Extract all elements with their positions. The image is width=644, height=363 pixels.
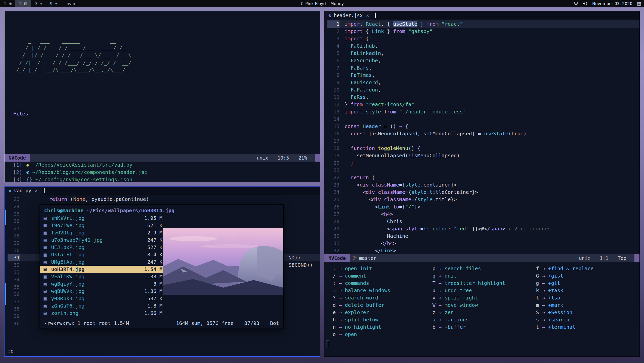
popup-file-row[interactable]: ▣u7o3nwab7fy41.jpg247 K [40,236,166,244]
popup-file-row[interactable]: ▣uoH3RT4.jpg1.54 M [40,266,166,273]
which-key-label: no highlight [345,324,381,330]
command-line: :q [8,347,14,355]
arrow-icon: → [435,273,445,279]
startify-entry[interactable]: [1]◆~/Repos/VoiceAssistant/src/vad.py [13,161,320,169]
tab-vad-py[interactable]: ◆ vad.py × [5,187,42,195]
popup-file-row[interactable]: ▣shKsVrL.jpg1.95 M [40,215,166,222]
tab-close-icon[interactable]: × [366,12,369,19]
file-name: TvOVDlq.jpg [51,229,139,236]
which-key-label: open init [345,265,372,271]
which-key-item[interactable]: m → +mark [536,301,639,309]
which-key-item[interactable]: T → treesitter highlight [432,280,536,287]
which-key-item[interactable]: a → +actions [432,316,536,323]
arrow-icon: → [336,302,345,308]
which-key-item[interactable]: G → +gist [536,272,639,280]
line-number: 33 [8,269,20,276]
which-key-item[interactable]: ; → commands [333,280,432,287]
line-number: 30 [8,247,20,254]
line-number: 28 [8,232,20,239]
which-key-item[interactable]: g → +git [536,280,639,287]
popup-file-row[interactable]: ▣UEJLpxP.jpg527 K [40,244,166,251]
which-key-key: G [536,273,539,279]
which-key-item[interactable]: v → split right [432,294,536,301]
which-key-label: delete buffer [345,302,384,308]
popup-file-row[interactable]: ▣zorin.png1.66 M [40,310,166,317]
git-sign [5,218,6,225]
filetype-icon: {} [26,176,32,182]
code-line: 15const Header = () ⇒ { [327,123,639,130]
which-key-item[interactable]: S → +Session [536,309,639,316]
line-number: 20 [327,159,340,167]
which-key-item[interactable]: q → quit [432,272,536,280]
which-key-item[interactable]: d → delete buffer [333,301,432,309]
file-size: 1.66 M [139,310,162,317]
which-key-item[interactable]: / → comment [333,272,432,280]
which-key-key: f [536,265,539,271]
file-name: wgBqiyY.jpg [51,280,139,288]
which-key-item[interactable]: z → zen [432,309,536,316]
which-key-item[interactable]: s → +search [536,316,639,323]
which-key-label: +terminal [548,324,575,330]
which-key-item[interactable]: = → balance windows [333,287,432,294]
which-key-item[interactable]: p → search files [432,265,536,272]
which-key-item[interactable]: u → undo tree [432,287,536,294]
startify-entry[interactable]: [3]{}~/.config/nvim/coc-settings.json [13,176,320,182]
popup-file-row[interactable]: ▣UktajFl.jpg814 K [40,251,166,258]
image-file-icon: ▣ [44,302,51,310]
code-line: 13import style from "./header.module.les… [327,108,639,115]
popup-file-row[interactable]: ▣T9o7FWe.jpg621 K [40,222,166,229]
line-number: 32 [8,261,20,269]
code-line: 25 <div className={style.title}> [327,196,639,203]
popup-file-row[interactable]: ▣wgBqiyY.jpg3 M [40,280,166,288]
which-key-item[interactable]: o → open [333,331,432,338]
which-key-item[interactable]: t → +terminal [536,323,639,331]
which-key-item[interactable]: W → move window [432,301,536,309]
popup-file-row[interactable]: ▣wqBUWVx.jpg1.86 M [40,288,166,295]
code-line: 21 [327,167,639,174]
workspace-button-1[interactable]: 1◉ [0,0,15,7]
which-key-item[interactable]: h → split below [333,316,432,323]
workspace-button-2[interactable]: 2▤ [15,0,31,7]
which-key-item[interactable]: ? → search word [333,294,432,301]
workspace-icon: ◉ [9,2,12,6]
which-key-label: +buffer [445,324,466,330]
startify-entry[interactable]: [2]⊛~/Repos/blog/src/components/header.j… [13,169,320,176]
which-key-item[interactable]: . → open init [333,265,432,272]
git-sign [5,210,6,218]
statusline: NVCode master unix1:1Top [324,254,639,262]
which-key-key: s [536,317,539,323]
statusline-right: unix10:521% [252,154,320,162]
which-key-key: z [432,309,435,315]
file-name: zGnGuT6.jpg [51,302,139,310]
which-key-item[interactable]: f → +find & replace [536,265,639,272]
workspace-list: 1◉2▤3∨9✦ [0,0,61,7]
which-key-item[interactable]: b → +buffer [432,323,536,331]
image-file-icon: ▣ [44,215,51,222]
layout-grid-icon: ▦ [637,1,641,6]
which-key-panel: . → open init/ → comment; → commands= → … [324,265,639,338]
which-key-item[interactable]: e → explorer [333,309,432,316]
popup-file-row[interactable]: ▣y08Rpk3.jpg587 K [40,295,166,302]
which-key-item[interactable]: k → +task [536,287,639,294]
python-file-icon: ◆ [9,187,11,194]
jsx-code[interactable]: 1import React, { useState } from "react"… [324,19,639,254]
tab-close-icon[interactable]: × [35,187,38,194]
which-key-column: . → open init/ → comment; → commands= → … [333,265,432,338]
workspace-button-3[interactable]: 3∨ [31,0,46,7]
arrow-icon: → [336,324,345,330]
line-number: 32 [327,247,340,254]
tabline-cursor [44,188,45,193]
tab-header-jsx[interactable]: ⊛ header.jsx × [324,11,373,19]
which-key-key: g [536,280,539,286]
which-key-key: = [333,287,336,293]
which-key-key: e [333,309,336,315]
workspace-button-9[interactable]: 9✦ [46,0,61,7]
popup-file-row[interactable]: ▣UMgEfAo.jpg247 K [40,258,166,266]
code-line: 23 <div className={style.container}> [327,181,639,189]
popup-file-row[interactable]: ▣zGnGuT6.jpg1.8 M [40,302,166,310]
which-key-item[interactable]: n → no highlight [333,323,432,331]
popup-file-row[interactable]: ▣TvOVDlq.jpg2.9 M [40,229,166,236]
which-key-item[interactable]: l → +lsp [536,294,639,301]
popup-foot-item: Bot [270,320,279,327]
popup-file-row[interactable]: ▣VEaljKW.jpg1.38 M [40,273,166,280]
